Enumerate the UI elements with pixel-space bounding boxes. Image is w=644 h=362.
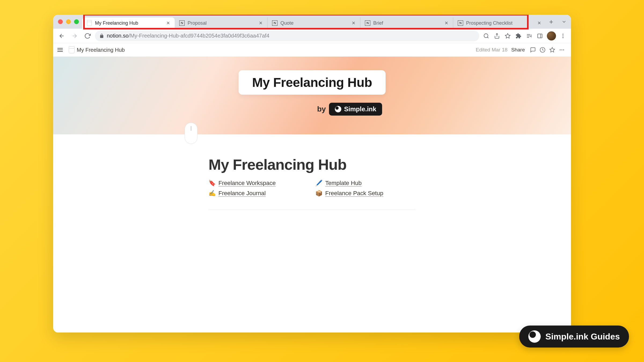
writing-emoji-icon: ✍️ — [208, 190, 216, 197]
breadcrumb-title[interactable]: My Freelancing Hub — [77, 47, 125, 53]
share-button[interactable]: Share — [511, 47, 525, 53]
new-tab-button[interactable]: + — [546, 18, 557, 26]
comments-icon[interactable] — [528, 45, 538, 55]
page-cover[interactable]: My Freelancing Hub by Simple.ink — [53, 57, 571, 134]
tab-bar: My Freelancing Hub × N Proposal × N Quot… — [53, 15, 571, 29]
tab-close-button[interactable]: × — [351, 20, 356, 27]
page-title[interactable]: My Freelancing Hub — [208, 156, 416, 173]
svg-point-17 — [561, 49, 562, 50]
chrome-menu-icon[interactable] — [558, 31, 568, 41]
extensions-icon[interactable] — [514, 31, 523, 41]
back-button[interactable] — [56, 31, 67, 41]
svg-marker-5 — [505, 33, 510, 38]
notion-favicon-icon: N — [179, 20, 185, 26]
tab-proposal[interactable]: N Proposal × — [175, 17, 268, 29]
svg-point-16 — [560, 49, 561, 50]
link-freelance-pack-setup[interactable]: 📦 Freelance Pack Setup — [315, 190, 416, 197]
svg-point-18 — [563, 49, 564, 50]
guides-badge-label: Simple.ink Guides — [546, 332, 620, 342]
tab-title: Quote — [280, 20, 348, 26]
link-label: Template Hub — [325, 180, 362, 187]
tab-my-freelancing-hub[interactable]: My Freelancing Hub × — [82, 17, 175, 29]
page-icon — [69, 46, 75, 53]
link-label: Freelance Workspace — [218, 180, 276, 187]
url-bar[interactable]: notion.so/My-Freelancing-Hub-afcd9744b20… — [95, 31, 479, 41]
simple-ink-guides-badge: Simple.ink Guides — [519, 326, 629, 348]
package-emoji-icon: 📦 — [315, 190, 323, 197]
tab-quote[interactable]: N Quote × — [268, 17, 360, 29]
link-template-hub[interactable]: 🖊️ Template Hub — [315, 180, 416, 187]
window-minimize-button[interactable] — [66, 19, 71, 24]
simple-ink-badge: Simple.ink — [329, 103, 382, 116]
tab-title: Proposal — [188, 20, 255, 26]
edited-timestamp: Edited Mar 18 — [476, 47, 507, 53]
page-emoji-icon[interactable] — [185, 123, 197, 144]
profile-avatar[interactable] — [547, 31, 556, 40]
svg-point-12 — [562, 35, 564, 36]
bookmark-star-icon[interactable] — [503, 31, 513, 41]
tab-title: Brief — [373, 20, 441, 26]
forward-button[interactable] — [69, 31, 80, 41]
links-grid: 🔖 Freelance Workspace 🖊️ Template Hub ✍️… — [208, 180, 416, 197]
lock-icon — [99, 34, 104, 38]
browser-window: My Freelancing Hub × N Proposal × N Quot… — [53, 15, 571, 333]
tab-close-button[interactable]: × — [444, 20, 449, 27]
link-freelance-journal[interactable]: ✍️ Freelance Journal — [208, 190, 309, 197]
address-actions — [481, 31, 568, 41]
url-text: notion.so/My-Freelancing-Hub-afcd9744b20… — [107, 33, 269, 39]
window-close-button[interactable] — [58, 19, 63, 24]
side-panel-icon[interactable] — [535, 31, 545, 41]
svg-point-11 — [562, 34, 564, 35]
cover-byline: by Simple.ink — [317, 103, 382, 116]
svg-point-2 — [484, 34, 488, 38]
simple-ink-logo-icon — [335, 106, 341, 112]
tabs-container: My Freelancing Hub × N Proposal × N Quot… — [82, 15, 546, 29]
simple-ink-label: Simple.ink — [344, 105, 376, 113]
page-favicon-icon — [86, 20, 92, 26]
window-maximize-button[interactable] — [74, 19, 79, 24]
updates-icon[interactable] — [538, 45, 547, 55]
notion-favicon-icon: N — [365, 20, 371, 26]
tab-close-button[interactable]: × — [536, 20, 542, 27]
more-menu-icon[interactable] — [557, 45, 567, 55]
tab-close-button[interactable]: × — [165, 20, 171, 27]
favorite-star-icon[interactable] — [547, 45, 557, 55]
window-controls — [58, 19, 79, 24]
by-label: by — [317, 105, 326, 113]
bookmark-emoji-icon: 🔖 — [208, 180, 216, 187]
cover-title-card: My Freelancing Hub — [239, 70, 385, 95]
reading-list-icon[interactable] — [524, 31, 534, 41]
search-icon[interactable] — [481, 31, 491, 41]
page-body: My Freelancing Hub 🔖 Freelance Workspace… — [53, 134, 571, 210]
link-label: Freelance Journal — [218, 190, 266, 197]
link-label: Freelance Pack Setup — [325, 190, 383, 197]
svg-rect-9 — [538, 34, 542, 38]
notion-content: My Freelancing Hub by Simple.ink My Free… — [53, 57, 571, 333]
reload-button[interactable] — [82, 31, 93, 41]
svg-line-3 — [487, 37, 488, 38]
tab-title: My Freelancing Hub — [95, 20, 163, 26]
share-icon[interactable] — [492, 31, 502, 41]
cover-title: My Freelancing Hub — [252, 75, 372, 90]
notion-favicon-icon: N — [458, 20, 463, 26]
svg-point-13 — [562, 37, 564, 38]
simple-ink-logo-icon — [528, 330, 541, 343]
tab-brief[interactable]: N Brief × — [360, 17, 453, 29]
link-freelance-workspace[interactable]: 🔖 Freelance Workspace — [208, 180, 309, 187]
tab-title: Prospecting Checklist — [466, 20, 534, 26]
notion-favicon-icon: N — [272, 20, 278, 26]
tab-close-button[interactable]: × — [258, 20, 264, 27]
page-content: My Freelancing Hub 🔖 Freelance Workspace… — [208, 156, 416, 210]
address-bar: notion.so/My-Freelancing-Hub-afcd9744b20… — [53, 29, 571, 43]
tab-overflow-button[interactable] — [559, 19, 569, 24]
notion-sidebar-toggle[interactable] — [57, 48, 65, 52]
pen-emoji-icon: 🖊️ — [315, 180, 323, 187]
tab-prospecting-checklist[interactable]: N Prospecting Checklist × — [453, 17, 546, 29]
notion-topbar: My Freelancing Hub Edited Mar 18 Share — [53, 43, 571, 57]
horizontal-divider — [208, 210, 416, 210]
svg-marker-15 — [550, 47, 555, 52]
